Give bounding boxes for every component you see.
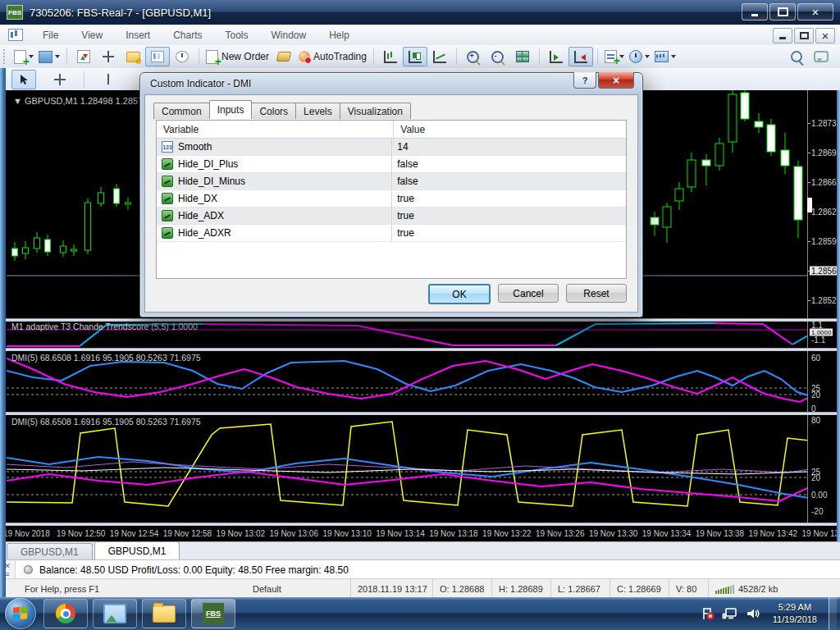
- window-edge-left: [0, 68, 6, 597]
- taskbar-explorer-button[interactable]: [142, 599, 186, 628]
- ok-button[interactable]: OK: [428, 284, 491, 304]
- data-window-button[interactable]: [96, 47, 121, 66]
- chat-button[interactable]: [809, 47, 833, 66]
- crosshair-icon: [54, 74, 66, 85]
- start-button[interactable]: [5, 598, 36, 629]
- taskbar-fbs-mt4-button[interactable]: FBS: [191, 599, 235, 628]
- menu-item-tools[interactable]: Tools: [214, 30, 260, 41]
- crosshair-button[interactable]: [48, 70, 72, 89]
- table-row[interactable]: Hide_ADXRtrue: [157, 225, 626, 242]
- reset-button[interactable]: Reset: [566, 284, 627, 303]
- chart-minimize-button[interactable]: [773, 28, 792, 43]
- action-center-flag-icon[interactable]: [701, 606, 715, 621]
- taskbar-chrome-button[interactable]: [43, 599, 88, 628]
- tab-inputs[interactable]: Inputs: [209, 100, 253, 119]
- line-chart-button[interactable]: [427, 47, 452, 66]
- price-scale-label: 1.28593: [811, 237, 840, 246]
- toolbar-grip[interactable]: [3, 49, 8, 64]
- price-scale[interactable]: 1.287331.286981.286631.286281.285931.285…: [807, 90, 840, 541]
- variable-value[interactable]: true: [392, 190, 626, 207]
- status-low: L: 1.28667: [551, 579, 610, 598]
- zoom-out-button[interactable]: -: [486, 47, 510, 66]
- table-row[interactable]: 123Smooth14: [157, 139, 626, 156]
- chart-shift-button[interactable]: [568, 47, 593, 66]
- close-button[interactable]: [797, 3, 833, 21]
- chart-restore-button[interactable]: [794, 28, 814, 43]
- tab-common[interactable]: Common: [153, 103, 210, 119]
- cursor-button[interactable]: [11, 70, 36, 89]
- taskbar-clock[interactable]: 5:29 AM 11/19/2018: [768, 601, 822, 626]
- minimize-button[interactable]: [742, 3, 768, 21]
- candlestick-chart-button[interactable]: [403, 47, 427, 66]
- status-profile[interactable]: Default: [246, 579, 351, 598]
- variable-value[interactable]: false: [392, 156, 626, 172]
- time-axis-label: 19 Nov 13:26: [536, 529, 585, 538]
- auto-scroll-button[interactable]: [544, 47, 568, 66]
- new-order-button[interactable]: New Order: [203, 47, 272, 66]
- restore-button[interactable]: [769, 3, 796, 21]
- navigator-button[interactable]: [121, 47, 145, 66]
- time-axis-label: 19 Nov 12:54: [110, 529, 159, 538]
- indicator-scale-label: -20: [811, 507, 823, 516]
- menu-item-charts[interactable]: Charts: [162, 30, 213, 41]
- tab-visualization[interactable]: Visualization: [340, 103, 411, 119]
- column-header-variable[interactable]: Variable: [157, 121, 394, 138]
- minimize-icon: [779, 37, 786, 39]
- autotrading-button[interactable]: AutoTrading: [296, 47, 369, 66]
- dialog-help-button[interactable]: ?: [573, 72, 596, 89]
- pane-separator[interactable]: [0, 523, 840, 526]
- pane-separator[interactable]: [0, 318, 840, 322]
- indicator-parameter-icon: [162, 193, 173, 204]
- metaeditor-button[interactable]: [272, 47, 296, 66]
- variable-value[interactable]: false: [392, 173, 626, 189]
- cancel-button[interactable]: Cancel: [498, 284, 559, 303]
- periods-button[interactable]: [627, 47, 652, 66]
- variable-value[interactable]: 14: [392, 139, 626, 155]
- dialog-close-button[interactable]: [598, 72, 634, 89]
- time-axis[interactable]: 19 Nov 201819 Nov 12:5019 Nov 12:5419 No…: [0, 525, 840, 542]
- vertical-line-button[interactable]: [96, 70, 121, 89]
- bar-chart-button[interactable]: [378, 47, 403, 66]
- show-desktop-button[interactable]: [829, 597, 837, 630]
- indicators-button[interactable]: [602, 47, 627, 66]
- tab-levels[interactable]: Levels: [295, 103, 340, 119]
- new-chart-button[interactable]: [11, 47, 36, 66]
- indicator-scale-label: 80: [811, 416, 820, 425]
- table-row[interactable]: Hide_DI_Minusfalse: [157, 173, 626, 190]
- search-button[interactable]: [784, 47, 809, 66]
- auto-scroll-icon: [550, 51, 563, 63]
- indicator-pane-dmi-2[interactable]: [7, 414, 807, 523]
- menu-item-file[interactable]: File: [31, 30, 70, 41]
- variable-value[interactable]: true: [392, 208, 626, 224]
- chart-tab-1[interactable]: GBPUSD,M1: [94, 541, 180, 559]
- tab-colors[interactable]: Colors: [251, 103, 296, 119]
- table-row[interactable]: Hide_DI_Plusfalse: [157, 156, 626, 173]
- menu-item-view[interactable]: View: [70, 30, 114, 41]
- column-header-value[interactable]: Value: [394, 121, 626, 138]
- menu-item-help[interactable]: Help: [317, 30, 361, 41]
- desktop: FBS 7305206: FBS-Real-7 - [GBPUSD,M1] Fi…: [0, 0, 840, 630]
- volume-icon[interactable]: [745, 606, 761, 621]
- variable-value[interactable]: true: [392, 225, 626, 241]
- menu-item-window[interactable]: Window: [260, 30, 318, 41]
- candle: [126, 203, 131, 204]
- pane-separator[interactable]: [0, 412, 840, 415]
- zoom-in-button[interactable]: +: [461, 47, 486, 66]
- pane-separator[interactable]: [0, 348, 840, 351]
- indicator-parameter-icon: [162, 176, 173, 187]
- candle: [794, 167, 802, 220]
- profiles-button[interactable]: [36, 47, 62, 66]
- market-watch-button[interactable]: [71, 47, 96, 66]
- taskbar-photo-viewer-button[interactable]: [93, 599, 137, 628]
- chart-tab-0[interactable]: GBPUSD,M1: [7, 543, 93, 559]
- terminal-button[interactable]: [145, 47, 170, 66]
- table-row[interactable]: Hide_DXtrue: [157, 190, 626, 208]
- network-icon[interactable]: [722, 606, 738, 621]
- chart-close-button[interactable]: [815, 28, 835, 43]
- zoom-out-icon: -: [491, 51, 504, 63]
- tile-windows-button[interactable]: [510, 47, 535, 66]
- menu-item-insert[interactable]: Insert: [114, 30, 162, 41]
- strategy-tester-button[interactable]: [170, 47, 194, 66]
- table-row[interactable]: Hide_ADXtrue: [157, 208, 626, 225]
- templates-button[interactable]: [652, 47, 678, 66]
